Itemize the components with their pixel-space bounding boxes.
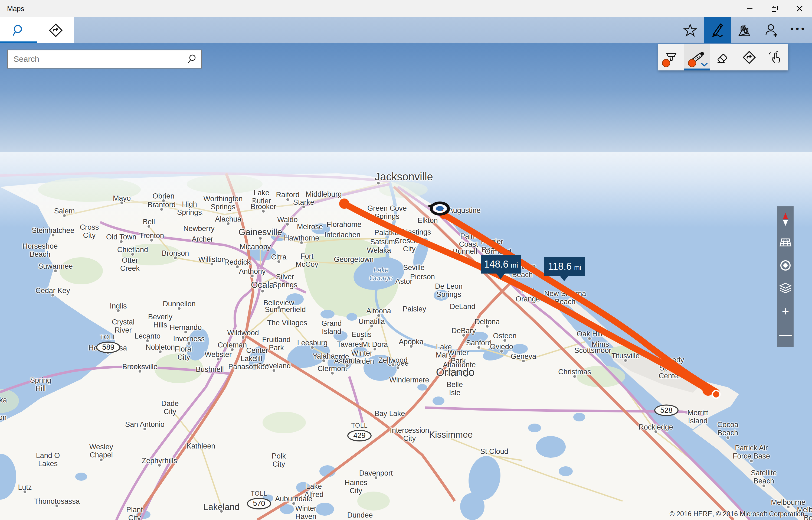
search-input[interactable] [13, 54, 187, 64]
favorites-button[interactable] [677, 17, 704, 43]
windows-ink-button[interactable] [704, 17, 731, 43]
measure-color-dot [688, 59, 696, 67]
distance-unit: mi [511, 261, 518, 269]
zoom-out-button[interactable]: — [777, 325, 793, 344]
measure-anchor-marker [427, 203, 448, 214]
zoom-in-button[interactable]: + [777, 302, 793, 321]
ink-toolbar [658, 44, 788, 71]
people-button[interactable] [758, 17, 785, 43]
top-toolbar: ••• [677, 17, 812, 43]
tab-directions[interactable] [37, 17, 74, 43]
title-bar[interactable]: Maps [0, 0, 812, 17]
left-tab-bar [0, 17, 74, 43]
chevron-down-icon[interactable] [701, 63, 707, 67]
compass-button[interactable] [777, 210, 793, 229]
map-views-button[interactable] [777, 279, 793, 297]
distance-badge-148: 148.6 mi [481, 255, 521, 274]
ink-line-118 [442, 213, 717, 392]
close-button[interactable] [787, 0, 812, 17]
ink-end-point-ring [712, 391, 720, 398]
3d-cities-button[interactable] [731, 17, 758, 43]
minimize-button[interactable] [737, 0, 762, 17]
distance-value: 148.6 [484, 259, 508, 270]
distance-badge-118: 118.6 mi [544, 257, 585, 276]
ink-line-148 [344, 204, 708, 390]
current-location-button[interactable] [777, 256, 793, 275]
distance-value: 118.6 [548, 261, 572, 272]
see-more-button[interactable]: ••• [785, 17, 812, 43]
search-box [7, 50, 202, 69]
app-title: Maps [7, 5, 24, 13]
distance-unit: mi [574, 263, 581, 271]
maps-app-window: JacksonvilleLake ButlerRaifordMiddleburg… [0, 0, 812, 520]
tilt-view-button[interactable] [777, 233, 793, 252]
pen-color-dot [662, 59, 670, 67]
ink-directions-tool[interactable] [736, 44, 762, 71]
ink-strokes [344, 204, 717, 392]
ink-start-point-1 [339, 199, 349, 209]
map-copyright: © 2016 HERE, © 2016 Microsoft Corporatio… [670, 510, 805, 518]
eraser-tool[interactable] [710, 44, 736, 71]
measure-tool[interactable] [684, 44, 710, 71]
ballpoint-pen-tool[interactable] [658, 44, 684, 71]
restore-button[interactable] [762, 0, 787, 17]
map-control-bar: + — [777, 206, 793, 347]
touch-writing-tool[interactable] [762, 44, 788, 71]
search-icon[interactable] [187, 54, 196, 64]
tab-search[interactable] [0, 17, 37, 43]
ink-annotations [0, 0, 812, 520]
